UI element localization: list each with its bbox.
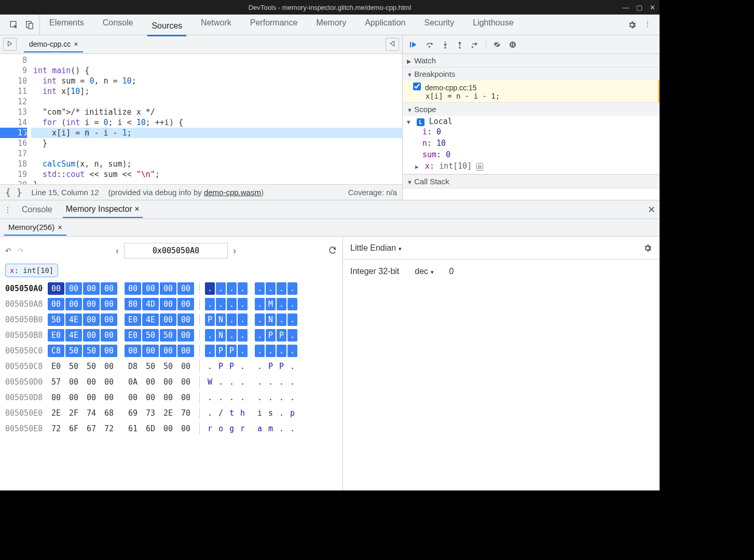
drawer-tab-memory-inspector[interactable]: Memory Inspector × [63,201,143,218]
svg-rect-5 [410,42,411,47]
hex-row[interactable]: 005050D0570000000A000000W....... [5,375,337,389]
breakpoint-checkbox[interactable] [413,83,421,90]
debugger-pane: ▶ Watch ▼ Breakpoints demo-cpp.cc:15 x[i… [403,35,660,200]
svg-marker-3 [8,41,12,46]
scope-var-x[interactable]: ▶ x: int[10] ⧈ [410,160,660,173]
redo-icon[interactable]: ↷ [18,247,24,255]
tab-memory[interactable]: Memory [312,16,350,33]
drawer-tab-close-icon[interactable]: × [134,204,139,213]
hex-table[interactable]: 005050A00000000000000000........005050A8… [5,281,337,437]
scope-var[interactable]: n: 10 [410,138,660,149]
tab-security[interactable]: Security [420,16,458,33]
step-into-icon[interactable] [441,40,449,49]
hex-row[interactable]: 005050D80000000000000000........ [5,390,337,405]
reveal-memory-icon[interactable]: ⧈ [476,163,483,171]
file-tab-demo-cpp[interactable]: demo-cpp.cc × [24,37,83,52]
svg-point-16 [510,42,516,48]
hex-row[interactable]: 005050B0504E0000E04E0000PN...N.. [5,312,337,327]
editor-status-bar: { } Line 15, Column 12 (provided via deb… [0,184,402,200]
close-drawer-icon[interactable]: ✕ [648,204,655,215]
show-debugger-icon[interactable] [386,38,399,51]
tab-lighthouse[interactable]: Lighthouse [469,16,517,33]
file-tab-label: demo-cpp.cc [29,40,71,48]
hex-row[interactable]: 005050E02E2F746869732E70./this.p [5,406,337,420]
settings-icon[interactable] [627,20,637,29]
main-tab-bar: Elements Console Sources Network Perform… [0,15,660,35]
scope-var[interactable]: sum: 0 [410,149,660,160]
svg-marker-13 [475,42,478,46]
prev-page-icon[interactable]: ‹ [116,245,119,256]
svg-point-8 [429,46,430,47]
watch-section[interactable]: ▶ Watch [403,54,660,67]
hex-row[interactable]: 005050B8E04E0000E0505000.N...PP. [5,328,337,343]
svg-point-10 [444,47,446,48]
device-toggle-icon[interactable] [25,20,34,29]
value-type: Integer 32-bit [350,267,399,276]
svg-rect-2 [29,23,33,29]
code-editor[interactable]: 891011121314151617181920 int main() { in… [0,54,402,184]
step-icon[interactable] [470,40,479,49]
window-titlebar: DevTools - memory-inspector.glitch.me/de… [0,0,660,15]
memory-tab[interactable]: Memory(256) × [4,220,66,236]
svg-marker-11 [458,42,462,44]
show-navigator-icon[interactable] [3,38,17,51]
value-output: 0 [449,267,454,276]
hex-row[interactable]: 005050A00000000000000000........ [5,281,337,296]
breakpoint-item[interactable]: demo-cpp.cc:15 x[i] = n - i - 1; [403,80,660,102]
tab-network[interactable]: Network [197,16,236,33]
tab-application[interactable]: Application [361,16,409,33]
value-interpreter: Little Endian ▾ Integer 32-bit dec ▾ 0 [343,237,660,490]
status-line-col: Line 15, Column 12 [32,188,99,197]
endianness-select[interactable]: Little Endian ▾ [350,243,402,253]
file-tab-close-icon[interactable]: × [74,40,78,48]
tab-console[interactable]: Console [99,16,138,33]
hex-row[interactable]: 005050E8726F6772616D0000rogram.. [5,421,337,436]
value-mode-select[interactable]: dec ▾ [415,267,433,276]
scope-var[interactable]: i: 0 [410,126,660,138]
memory-tab-close-icon[interactable]: × [58,223,62,231]
debug-info-link[interactable]: demo-cpp.wasm [204,188,261,197]
svg-marker-4 [391,41,394,46]
breakpoints-section[interactable]: ▼ Breakpoints [403,67,660,80]
local-badge-icon: L [417,118,424,126]
refresh-icon[interactable] [328,245,337,256]
inspect-element-icon[interactable] [9,20,19,29]
chevron-down-icon: ▾ [431,269,434,275]
tab-sources[interactable]: Sources [147,19,186,36]
undo-icon[interactable]: ↶ [5,247,11,255]
memory-tabs: Memory(256) × [0,219,660,237]
drawer-tab-bar: ⋮ Console Memory Inspector × ✕ [0,200,660,219]
breakpoint-title: demo-cpp.cc:15 [425,84,477,92]
pretty-print-icon[interactable]: { } [5,187,22,198]
callstack-section[interactable]: ▼ Call Stack [403,174,660,188]
editor-tab-bar: demo-cpp.cc × [0,35,402,54]
hex-row[interactable]: 005050C0C850500000000000.PP..... [5,344,337,358]
resume-icon[interactable] [408,40,418,49]
step-out-icon[interactable] [456,40,464,49]
status-coverage: Coverage: n/a [348,188,397,197]
close-icon[interactable]: ✕ [650,4,655,11]
address-input[interactable] [124,243,228,258]
minimize-icon[interactable]: — [622,4,629,11]
object-chip[interactable]: x: int[10] [5,264,58,277]
status-debug-info: (provided via debug info by demo-cpp.was… [108,188,264,197]
deactivate-breakpoints-icon[interactable] [492,40,502,49]
more-icon[interactable]: ⋮ [644,20,651,29]
svg-marker-6 [412,42,417,47]
svg-marker-7 [431,43,433,45]
next-page-icon[interactable]: › [233,245,236,256]
tab-elements[interactable]: Elements [45,16,88,33]
tab-performance[interactable]: Performance [246,16,302,33]
pause-exceptions-icon[interactable] [508,40,517,49]
value-settings-icon[interactable] [643,243,652,253]
hex-row[interactable]: 005050A800000000804D0000.....M.. [5,297,337,311]
drawer-more-icon[interactable]: ⋮ [4,206,11,214]
chevron-down-icon: ▾ [399,245,402,252]
drawer-tab-console[interactable]: Console [19,202,56,217]
hex-row[interactable]: 005050C8E0505000D8505000.PP..PP. [5,359,337,374]
step-over-icon[interactable] [424,40,435,49]
svg-marker-9 [444,44,447,46]
svg-rect-17 [511,43,512,46]
maximize-icon[interactable]: ▢ [636,4,642,11]
scope-section[interactable]: ▼ Scope [403,103,660,116]
